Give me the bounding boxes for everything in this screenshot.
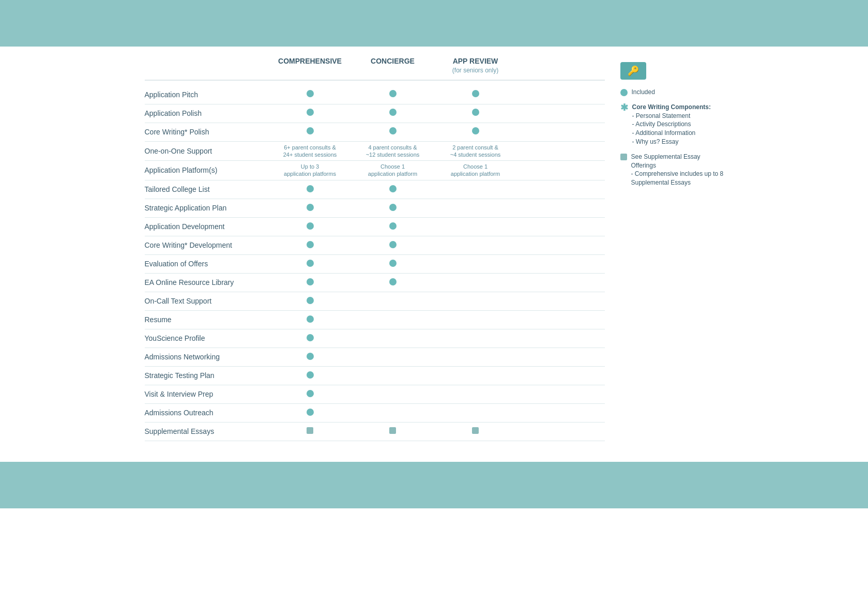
table-row: Resume <box>145 311 605 329</box>
row-cell-2-0 <box>269 125 352 138</box>
table-row: Tailored College List <box>145 180 605 199</box>
row-cell-17-2 <box>434 411 517 415</box>
row-label-8: Core Writing* Development <box>145 238 269 252</box>
row-label-15: Strategic Testing Plan <box>145 368 269 383</box>
row-label-0: Application Pitch <box>145 87 269 102</box>
legend-included-text: Included <box>632 88 655 97</box>
row-label-11: On-Call Text Support <box>145 294 269 308</box>
table-row: Core Writing* Polish <box>145 123 605 142</box>
supplemental-square-icon <box>307 427 313 434</box>
table-row: On-Call Text Support <box>145 292 605 311</box>
row-cell-12-2 <box>434 318 517 322</box>
col-header-comprehensive: COMPREHENSIVE <box>269 57 352 74</box>
key-icon: 🔑 <box>628 65 639 77</box>
table-row: Application Pitch <box>145 86 605 104</box>
supplemental-square-icon <box>472 427 479 434</box>
core-writing-item-2: - Activity Descriptions <box>632 120 691 128</box>
legend-core-writing-text: Core Writing Components: - Personal Stat… <box>632 103 711 146</box>
row-cell-15-0 <box>269 369 352 382</box>
included-dot-icon <box>307 109 314 116</box>
table-rows-container: Application PitchApplication PolishCore … <box>145 86 605 441</box>
row-cell-9-0 <box>269 258 352 270</box>
row-cell-1-2 <box>434 107 517 119</box>
core-writing-item-4: - Why us? Essay <box>632 138 679 145</box>
included-dot-icon <box>307 278 314 285</box>
row-label-5: Tailored College List <box>145 182 269 197</box>
row-label-18: Supplemental Essays <box>145 424 269 439</box>
legend-square-icon <box>620 154 627 160</box>
row-cell-4-1: Choose 1 application platform <box>352 161 434 180</box>
row-cell-4-0: Up to 3 application platforms <box>269 161 352 180</box>
legend-supplemental: See Supplemental Essay Offerings - Compr… <box>620 153 724 187</box>
row-cell-7-0 <box>269 220 352 233</box>
table-row: YouScience Profile <box>145 329 605 348</box>
row-cell-14-1 <box>352 355 434 359</box>
row-cell-5-0 <box>269 183 352 196</box>
included-dot-icon <box>307 185 314 192</box>
row-cell-1-0 <box>269 107 352 119</box>
included-dot-icon <box>307 127 314 134</box>
row-cell-6-0 <box>269 202 352 215</box>
row-cell-2-2 <box>434 125 517 138</box>
row-cell-15-1 <box>352 373 434 378</box>
row-label-13: YouScience Profile <box>145 331 269 345</box>
row-cell-11-0 <box>269 295 352 308</box>
row-label-6: Strategic Application Plan <box>145 201 269 215</box>
row-cell-13-2 <box>434 336 517 340</box>
row-cell-3-0: 6+ parent consults & 24+ student session… <box>269 142 352 161</box>
included-dot-icon <box>472 90 479 97</box>
row-cell-13-1 <box>352 336 434 340</box>
row-cell-3-1: 4 parent consults & ~12 student sessions <box>352 142 434 161</box>
row-cell-9-1 <box>352 258 434 270</box>
row-cell-10-0 <box>269 276 352 289</box>
row-cell-1-1 <box>352 107 434 119</box>
row-label-9: Evaluation of Offers <box>145 257 269 271</box>
legend-dot-icon <box>620 89 628 96</box>
row-cell-8-2 <box>434 243 517 247</box>
row-label-1: Application Polish <box>145 106 269 120</box>
row-label-3: One-on-One Support <box>145 144 269 158</box>
included-dot-icon <box>307 334 314 341</box>
table-row: Admissions Networking <box>145 348 605 367</box>
legend-supplemental-text: See Supplemental Essay Offerings - Compr… <box>631 153 724 187</box>
row-cell-18-2 <box>434 425 517 438</box>
included-dot-icon <box>472 109 479 116</box>
included-dot-icon <box>389 109 397 116</box>
row-cell-14-2 <box>434 355 517 359</box>
row-cell-10-1 <box>352 276 434 289</box>
row-cell-6-2 <box>434 206 517 210</box>
included-dot-icon <box>389 90 397 97</box>
supplemental-square-icon <box>389 427 396 434</box>
row-cell-16-2 <box>434 392 517 396</box>
core-writing-item-1: - Personal Statement <box>632 112 691 119</box>
row-cell-0-1 <box>352 88 434 101</box>
row-cell-11-2 <box>434 299 517 303</box>
included-dot-icon <box>389 222 397 230</box>
included-dot-icon <box>389 278 397 285</box>
included-dot-icon <box>389 241 397 248</box>
row-cell-13-0 <box>269 332 352 345</box>
row-cell-12-0 <box>269 313 352 326</box>
row-cell-11-1 <box>352 299 434 303</box>
included-dot-icon <box>389 260 397 267</box>
row-label-16: Visit & Interview Prep <box>145 387 269 401</box>
included-dot-icon <box>389 204 397 211</box>
table-row: Application Development <box>145 218 605 236</box>
included-dot-icon <box>307 409 314 416</box>
row-cell-17-1 <box>352 411 434 415</box>
core-writing-item-3: - Additional Information <box>632 129 696 137</box>
row-cell-16-1 <box>352 392 434 396</box>
table-row: EA Online Resource Library <box>145 274 605 292</box>
row-cell-8-1 <box>352 239 434 252</box>
row-cell-18-0 <box>269 425 352 438</box>
row-cell-0-0 <box>269 88 352 101</box>
row-label-14: Admissions Networking <box>145 350 269 364</box>
legend-key-box: 🔑 <box>620 62 646 80</box>
included-dot-icon <box>307 260 314 267</box>
row-cell-2-1 <box>352 125 434 138</box>
comparison-table: COMPREHENSIVE CONCIERGE APP REVIEW (for … <box>145 57 605 441</box>
legend-core-writing: ✱ Core Writing Components: - Personal St… <box>620 103 724 146</box>
row-cell-5-1 <box>352 183 434 196</box>
row-cell-10-2 <box>434 280 517 284</box>
row-cell-15-2 <box>434 373 517 378</box>
